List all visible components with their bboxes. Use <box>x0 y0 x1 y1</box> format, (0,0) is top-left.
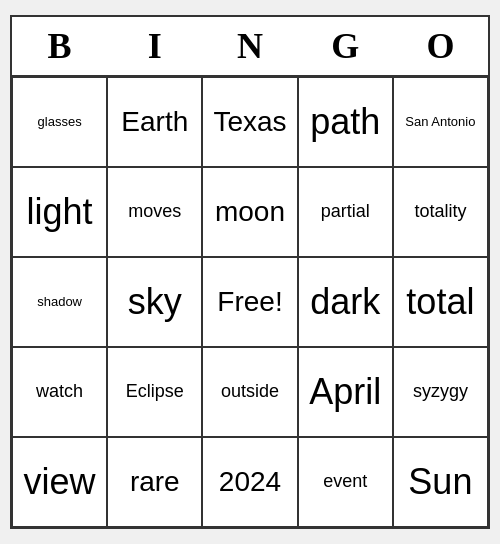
cell-text: San Antonio <box>400 114 481 130</box>
cell-text: glasses <box>19 114 100 130</box>
bingo-cell: rare <box>107 437 202 527</box>
cell-text: light <box>19 190 100 233</box>
bingo-cell: 2024 <box>202 437 297 527</box>
cell-text: 2024 <box>209 465 290 499</box>
bingo-header: BINGO <box>12 17 488 77</box>
bingo-cell: San Antonio <box>393 77 488 167</box>
cell-text: event <box>305 471 386 493</box>
bingo-cell: light <box>12 167 107 257</box>
bingo-cell: glasses <box>12 77 107 167</box>
cell-text: dark <box>305 280 386 323</box>
cell-text: rare <box>114 465 195 499</box>
bingo-cell: view <box>12 437 107 527</box>
bingo-cell: Earth <box>107 77 202 167</box>
header-letter: B <box>12 17 107 75</box>
bingo-cell: Free! <box>202 257 297 347</box>
cell-text: Sun <box>400 460 481 503</box>
bingo-cell: sky <box>107 257 202 347</box>
bingo-cell: syzygy <box>393 347 488 437</box>
bingo-cell: totality <box>393 167 488 257</box>
cell-text: outside <box>209 381 290 403</box>
bingo-cell: total <box>393 257 488 347</box>
bingo-cell: Eclipse <box>107 347 202 437</box>
cell-text: moves <box>114 201 195 223</box>
cell-text: view <box>19 460 100 503</box>
cell-text: Earth <box>114 105 195 139</box>
bingo-cell: moves <box>107 167 202 257</box>
cell-text: totality <box>400 201 481 223</box>
bingo-cell: April <box>298 347 393 437</box>
bingo-grid: glassesEarthTexaspathSan Antoniolightmov… <box>12 77 488 527</box>
cell-text: shadow <box>19 294 100 310</box>
cell-text: watch <box>19 381 100 403</box>
bingo-cell: event <box>298 437 393 527</box>
cell-text: Free! <box>209 285 290 319</box>
header-letter: G <box>298 17 393 75</box>
bingo-cell: Sun <box>393 437 488 527</box>
bingo-cell: moon <box>202 167 297 257</box>
cell-text: Eclipse <box>114 381 195 403</box>
bingo-cell: watch <box>12 347 107 437</box>
bingo-cell: partial <box>298 167 393 257</box>
cell-text: syzygy <box>400 381 481 403</box>
bingo-cell: Texas <box>202 77 297 167</box>
bingo-cell: path <box>298 77 393 167</box>
cell-text: sky <box>114 280 195 323</box>
cell-text: path <box>305 100 386 143</box>
header-letter: N <box>202 17 297 75</box>
header-letter: I <box>107 17 202 75</box>
bingo-cell: shadow <box>12 257 107 347</box>
cell-text: Texas <box>209 105 290 139</box>
bingo-card: BINGO glassesEarthTexaspathSan Antonioli… <box>10 15 490 529</box>
bingo-cell: outside <box>202 347 297 437</box>
header-letter: O <box>393 17 488 75</box>
cell-text: partial <box>305 201 386 223</box>
cell-text: April <box>305 370 386 413</box>
cell-text: total <box>400 280 481 323</box>
bingo-cell: dark <box>298 257 393 347</box>
cell-text: moon <box>209 195 290 229</box>
